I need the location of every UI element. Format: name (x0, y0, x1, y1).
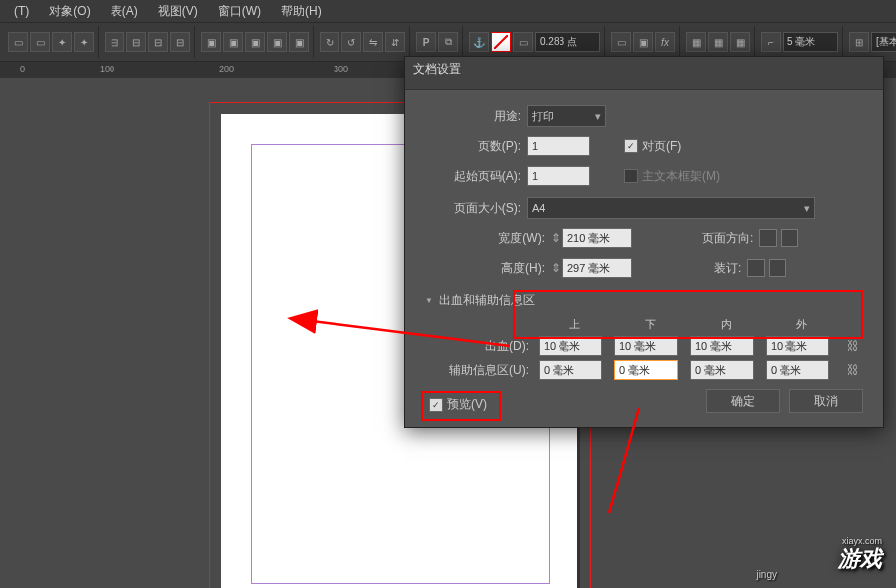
orient-portrait-icon[interactable] (759, 229, 777, 247)
wrap-icon[interactable]: ▣ (267, 32, 287, 52)
ok-button[interactable]: 确定 (706, 389, 780, 413)
menu-bar: (T) 对象(O) 表(A) 视图(V) 窗口(W) 帮助(H) (0, 0, 896, 23)
flip-icon[interactable]: ⇵ (385, 32, 405, 52)
step-icon[interactable]: ⧉ (438, 32, 458, 52)
tool-icon[interactable]: ▭ (8, 32, 28, 52)
svg-line-0 (494, 35, 508, 49)
slug-inside-input[interactable] (690, 360, 754, 380)
bleed-top-input[interactable] (539, 336, 602, 356)
fx-icon[interactable]: fx (655, 32, 675, 52)
align-icon[interactable]: ⊟ (148, 32, 168, 52)
annotation-highlight (513, 290, 863, 339)
orient-landscape-icon[interactable] (781, 229, 798, 247)
wrap-icon[interactable]: ▣ (245, 32, 265, 52)
align-icon[interactable]: ⊟ (126, 32, 146, 52)
flip-icon[interactable]: ⇋ (363, 32, 383, 52)
purpose-label: 用途: (425, 108, 527, 125)
slug-bottom-input[interactable] (614, 360, 678, 380)
grid-icon[interactable]: ▦ (686, 32, 706, 52)
bleed-bottom-input[interactable] (614, 336, 678, 356)
bleed-outside-input[interactable] (766, 336, 829, 356)
menu-t[interactable]: (T) (4, 1, 39, 21)
rotate-icon[interactable]: ↺ (341, 32, 361, 52)
align-icon[interactable]: ⊟ (170, 32, 190, 52)
menu-table[interactable]: 表(A) (101, 0, 148, 23)
grid-icon[interactable]: ▦ (708, 32, 728, 52)
purpose-select[interactable]: 打印 (527, 105, 606, 127)
opts-icon[interactable]: ⊞ (849, 32, 869, 52)
corner-value[interactable]: 5 毫米 (783, 32, 838, 52)
bleed-link-icon[interactable]: ⛓ (841, 339, 865, 353)
watermark-brand: 游戏 (838, 544, 882, 574)
width-label: 宽度(W): (425, 230, 551, 247)
document-setup-dialog: 文档设置 用途: 打印 页数(P): ✓ 对页(F) 起始页码(A): 主文本框… (404, 56, 884, 428)
facing-label: 对页(F) (642, 138, 681, 155)
binding-right-icon[interactable] (769, 259, 786, 277)
wrap-icon[interactable]: ▣ (289, 32, 309, 52)
rotate-icon[interactable]: ↻ (320, 32, 339, 52)
tool-icon[interactable]: ✦ (52, 32, 72, 52)
fill-none-icon[interactable] (491, 32, 511, 52)
pages-label: 页数(P): (425, 138, 527, 155)
slug-link-icon[interactable]: ⛓ (841, 363, 865, 377)
slug-label: 辅助信息区(U): (435, 362, 535, 379)
tool-icon[interactable]: ✦ (74, 32, 94, 52)
start-input[interactable] (527, 166, 590, 186)
width-input[interactable] (562, 228, 632, 248)
align-icon[interactable]: ⊟ (105, 32, 124, 52)
menu-window[interactable]: 窗口(W) (208, 0, 271, 23)
height-input[interactable] (562, 258, 632, 278)
height-label: 高度(H): (425, 260, 551, 277)
master-checkbox[interactable] (624, 169, 638, 183)
slug-outside-input[interactable] (766, 360, 829, 380)
menu-help[interactable]: 帮助(H) (271, 0, 332, 23)
stroke-icon[interactable]: ▭ (513, 32, 533, 52)
wrap-icon[interactable]: ▣ (201, 32, 221, 52)
master-label: 主文本框架(M) (642, 168, 720, 185)
anchor-icon[interactable]: ⚓ (469, 32, 489, 52)
binding-label: 装订: (714, 260, 747, 277)
tool-icon[interactable]: ▭ (30, 32, 50, 52)
dialog-title: 文档设置 (405, 57, 883, 90)
start-label: 起始页码(A): (425, 168, 527, 185)
wrap-icon[interactable]: ▣ (223, 32, 243, 52)
corner-icon[interactable]: ⌐ (761, 32, 781, 52)
style-select[interactable]: [基本图形框 (871, 32, 896, 52)
bleed-label: 出血(D): (435, 338, 535, 355)
cancel-button[interactable]: 取消 (789, 389, 863, 413)
frame-icon[interactable]: ▣ (633, 32, 653, 52)
binding-left-icon[interactable] (747, 259, 765, 277)
pages-input[interactable] (527, 136, 590, 156)
slug-top-input[interactable] (539, 360, 602, 380)
watermark-exp: jingy (756, 569, 777, 580)
stroke-weight[interactable]: 0.283 点 (535, 32, 600, 52)
menu-object[interactable]: 对象(O) (39, 0, 100, 23)
text-icon[interactable]: P (416, 32, 436, 52)
facing-checkbox[interactable]: ✓ (624, 139, 638, 153)
orient-label: 页面方向: (702, 230, 759, 247)
size-label: 页面大小(S): (425, 200, 527, 217)
grid-icon[interactable]: ▦ (730, 32, 750, 52)
menu-view[interactable]: 视图(V) (148, 0, 208, 23)
frame-icon[interactable]: ▭ (611, 32, 631, 52)
size-select[interactable]: A4 (527, 197, 815, 219)
annotation-highlight (421, 391, 501, 421)
bleed-inside-input[interactable] (690, 336, 754, 356)
